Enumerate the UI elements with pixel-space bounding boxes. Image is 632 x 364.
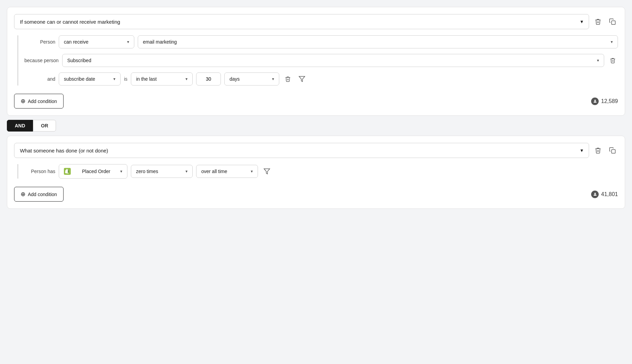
svg-rect-0 — [612, 21, 616, 25]
chevron-down-icon: ▾ — [185, 77, 188, 81]
block2-copy-button[interactable] — [607, 145, 618, 156]
block1-row3-select2-value: in the last — [136, 76, 157, 82]
plus-circle-icon: ⊕ — [21, 98, 25, 105]
block1-conditions: Person can receive ▾ email marketing ▾ b… — [18, 35, 618, 86]
block1-count: 12,589 — [601, 98, 618, 104]
block1-add-condition-button[interactable]: ⊕ Add condition — [14, 94, 64, 109]
block1-row2-prefix: because person — [24, 58, 59, 63]
block1-row3-filter-button[interactable] — [296, 73, 307, 84]
block2-row1-select3[interactable]: over all time ▾ — [196, 165, 258, 178]
block1-row3-prefix: and — [24, 76, 55, 82]
block1-row1-select1[interactable]: can receive ▾ — [59, 35, 134, 48]
block2-header-label: What someone has done (or not done) — [20, 148, 108, 153]
block2-row1-select2-value: zero times — [136, 169, 158, 174]
block1-row3-select2[interactable]: in the last ▾ — [131, 72, 193, 86]
trash-icon — [595, 18, 601, 25]
block1-add-condition-label: Add condition — [28, 99, 57, 104]
condition-block-2: What someone has done (or not done) ▾ Pe… — [7, 136, 625, 209]
trash-icon — [610, 57, 616, 64]
person-icon — [591, 191, 599, 198]
block1-header-chevron: ▾ — [580, 19, 583, 25]
svg-point-7 — [594, 193, 596, 194]
svg-rect-4 — [612, 150, 616, 153]
block1-header: If someone can or cannot receive marketi… — [14, 14, 618, 29]
block2-add-condition-label: Add condition — [28, 192, 57, 197]
chevron-down-icon: ▾ — [127, 39, 129, 44]
shopify-icon — [64, 168, 71, 175]
block1-row3-select1[interactable]: subscribe date ▾ — [59, 72, 121, 86]
plus-circle-icon: ⊕ — [21, 191, 25, 198]
filter-icon — [263, 168, 270, 175]
block1-row1-select1-value: can receive — [64, 39, 89, 45]
copy-icon — [609, 18, 616, 25]
copy-icon — [609, 147, 616, 154]
block2-header-select[interactable]: What someone has done (or not done) ▾ — [14, 143, 589, 158]
svg-marker-6 — [264, 169, 270, 174]
block1-footer: ⊕ Add condition 12,589 — [14, 94, 618, 109]
chevron-down-icon: ▾ — [272, 77, 274, 81]
block1-header-label: If someone can or cannot receive marketi… — [20, 19, 120, 25]
block1-row1-prefix: Person — [24, 39, 55, 45]
and-or-row: AND OR — [7, 120, 625, 132]
block2-conditions: Person has Placed Order ▾ zero times ▾ o… — [18, 164, 618, 179]
block1-count-display: 12,589 — [591, 98, 618, 105]
chevron-down-icon: ▾ — [113, 77, 115, 81]
chevron-down-icon: ▾ — [251, 169, 253, 174]
block1-copy-button[interactable] — [607, 16, 618, 27]
block1-condition-row-3: and subscribe date ▾ is in the last ▾ da… — [24, 72, 618, 86]
block1-row3-is-label: is — [124, 76, 127, 82]
trash-icon — [285, 76, 291, 82]
block1-row3-select1-value: subscribe date — [64, 76, 95, 82]
condition-block-1: If someone can or cannot receive marketi… — [7, 7, 625, 116]
block2-row1-select3-value: over all time — [201, 169, 227, 174]
trash-icon — [595, 147, 601, 154]
block1-row1-select2-value: email marketing — [143, 39, 177, 45]
person-icon — [591, 98, 599, 105]
block2-row1-select1-value: Placed Order — [82, 169, 110, 174]
block2-header: What someone has done (or not done) ▾ — [14, 143, 618, 158]
block2-row1-select1[interactable]: Placed Order ▾ — [59, 164, 127, 179]
block2-count-display: 41,801 — [591, 191, 618, 198]
block2-row1-select2[interactable]: zero times ▾ — [131, 165, 193, 178]
and-button[interactable]: AND — [7, 120, 33, 132]
block1-header-select[interactable]: If someone can or cannot receive marketi… — [14, 14, 589, 29]
chevron-down-icon: ▾ — [597, 58, 599, 63]
block1-row2-delete-button[interactable] — [608, 55, 618, 66]
block2-header-chevron: ▾ — [580, 147, 583, 153]
block1-row2-select-value: Subscribed — [67, 58, 91, 63]
block2-count: 41,801 — [601, 191, 618, 197]
chevron-down-icon: ▾ — [120, 169, 122, 174]
block2-footer: ⊕ Add condition 41,801 — [14, 187, 618, 202]
block1-row3-select3-value: days — [229, 76, 240, 82]
block2-add-condition-button[interactable]: ⊕ Add condition — [14, 187, 64, 202]
svg-point-3 — [594, 100, 596, 101]
svg-marker-1 — [299, 77, 305, 82]
block1-row1-select2[interactable]: email marketing ▾ — [138, 35, 618, 48]
block1-condition-row-1: Person can receive ▾ email marketing ▾ — [24, 35, 618, 48]
block2-row1-filter-button[interactable] — [261, 166, 272, 177]
block1-condition-row-2: because person Subscribed ▾ — [24, 54, 618, 67]
block2-delete-button[interactable] — [592, 145, 603, 156]
block2-row1-prefix: Person has — [24, 169, 55, 174]
block1-row3-select3[interactable]: days ▾ — [224, 72, 279, 86]
block1-row3-delete-button[interactable] — [283, 74, 293, 84]
chevron-down-icon: ▾ — [611, 39, 613, 44]
filter-icon — [298, 76, 305, 82]
or-button[interactable]: OR — [33, 120, 56, 132]
block1-delete-button[interactable] — [592, 16, 603, 27]
chevron-down-icon: ▾ — [185, 169, 188, 174]
block2-condition-row-1: Person has Placed Order ▾ zero times ▾ o… — [24, 164, 618, 179]
block1-row2-select[interactable]: Subscribed ▾ — [62, 54, 604, 67]
block1-row3-number-input[interactable] — [196, 72, 221, 86]
